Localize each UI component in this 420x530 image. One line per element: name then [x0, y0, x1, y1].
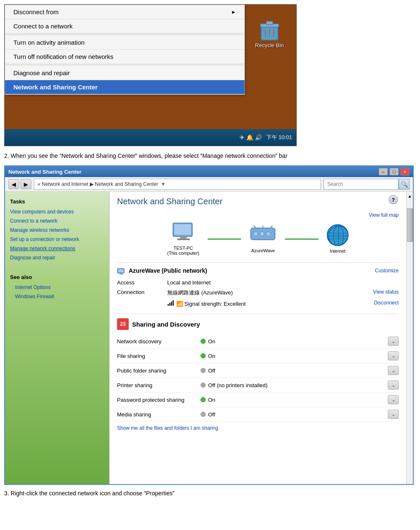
- sharing-label-0: Network discovery: [117, 338, 201, 345]
- menu-separator: [5, 34, 244, 35]
- address-bar: ◀ ▶ « Network and Internet ▶ Network and…: [5, 177, 413, 192]
- context-menu: Disconnect from ► Connect to a network T…: [5, 5, 245, 95]
- status-dot-4: [201, 397, 206, 402]
- sharing-row-1: File sharing On ⌄: [117, 349, 399, 363]
- restore-button[interactable]: □: [389, 168, 399, 175]
- sidebar-link-wireless[interactable]: Manage wireless networks: [5, 226, 109, 235]
- instruction-1: 2. When you see the “Network and Sharing…: [4, 151, 416, 160]
- network-node-internet: Internet: [327, 224, 349, 254]
- sharing-expand-0[interactable]: ⌄: [388, 337, 399, 346]
- info-row-connection: Connection 無線網路連線 (AzureWave) View statu…: [117, 287, 399, 298]
- sidebar-link-setup[interactable]: Set up a connection or network: [5, 235, 109, 244]
- sharing-label-3: Printer sharing: [117, 382, 201, 388]
- scroll-up-button[interactable]: ▲: [407, 192, 413, 200]
- show-files-link[interactable]: Show me all the files and folders I am s…: [117, 422, 399, 434]
- see-also-title: See also: [10, 274, 104, 280]
- sharing-expand-3[interactable]: ⌄: [388, 380, 399, 390]
- page-title: Network and Sharing Center: [117, 197, 399, 206]
- sharing-label-4: Password protected sharing: [117, 397, 201, 403]
- sharing-value-1: On: [201, 353, 388, 359]
- disconnect-link[interactable]: Disconnect: [374, 300, 399, 307]
- svg-point-11: [254, 232, 258, 236]
- sharing-label-2: Public folder sharing: [117, 368, 201, 374]
- sidebar-link-view-computers[interactable]: View computers and devices: [5, 207, 109, 216]
- view-full-map-link[interactable]: View full map: [369, 212, 399, 218]
- pc-label: TEST-PC(This computer): [167, 246, 199, 256]
- customize-link[interactable]: Customize: [375, 268, 399, 274]
- svg-rect-9: [177, 238, 190, 240]
- sidebar-link-diagnose[interactable]: Diagnose and repair: [5, 253, 109, 262]
- sharing-value-2: Off: [201, 368, 388, 374]
- scrollbar-track[interactable]: ▲: [406, 192, 413, 484]
- info-row-access: Access Local and Internet: [117, 278, 399, 287]
- signal-icon: [167, 300, 175, 306]
- status-dot-3: [201, 383, 206, 388]
- sidebar-link-manage-connections[interactable]: Manage network connections: [5, 244, 109, 253]
- taskbar-time: 下午 10:01: [266, 134, 292, 141]
- context-menu-item-notification[interactable]: Turn off notification of new networks: [5, 50, 244, 64]
- scrollbar-thumb[interactable]: [407, 208, 413, 242]
- status-dot-5: [201, 412, 206, 417]
- svg-rect-28: [173, 300, 174, 306]
- window-body: Tasks View computers and devices Connect…: [5, 192, 413, 484]
- svg-rect-25: [168, 304, 169, 306]
- nav-buttons: ◀ ▶: [8, 179, 31, 189]
- sidebar-link-connect[interactable]: Connect to a network: [5, 216, 109, 226]
- sharing-expand-5[interactable]: ⌄: [388, 410, 399, 419]
- sidebar-see-also: See also Internet Options Windows Firewa…: [5, 271, 109, 304]
- access-value: Local and Internet: [167, 279, 399, 286]
- connection-label: Connection: [117, 289, 167, 297]
- access-label: Access: [117, 279, 167, 286]
- context-menu-item-diagnose[interactable]: Diagnose and repair: [5, 66, 244, 80]
- minimize-button[interactable]: –: [379, 168, 388, 175]
- connector-1: [208, 238, 241, 240]
- main-content: ? Network and Sharing Center View full m…: [109, 192, 406, 484]
- sharing-header: 23 Sharing and Discovery: [117, 318, 399, 330]
- menu-separator-2: [5, 65, 244, 65]
- search-area: 🔍: [323, 179, 410, 190]
- recycle-bin-icon: [257, 17, 282, 42]
- sharing-expand-2[interactable]: ⌄: [388, 366, 399, 375]
- sharing-row-3: Printer sharing Off (no printers install…: [117, 378, 399, 393]
- sharing-expand-4[interactable]: ⌄: [388, 395, 399, 404]
- address-path[interactable]: « Network and Internet ▶ Network and Sha…: [34, 179, 321, 190]
- svg-rect-22: [118, 269, 123, 272]
- forward-button[interactable]: ▶: [20, 179, 31, 189]
- sharing-title: Sharing and Discovery: [132, 321, 200, 328]
- search-icon[interactable]: 🔍: [399, 179, 410, 190]
- sharing-row-4: Password protected sharing On ⌄: [117, 393, 399, 407]
- router-label: AzureWave: [251, 248, 275, 253]
- globe-icon: [327, 224, 349, 246]
- network-node-pc: TEST-PC(This computer): [167, 222, 199, 256]
- context-menu-item-disconnect[interactable]: Disconnect from ►: [5, 5, 244, 19]
- svg-rect-26: [169, 303, 171, 306]
- network-header: AzureWave (Public network) Customize: [117, 267, 399, 274]
- svg-point-13: [266, 232, 270, 236]
- status-dot-2: [201, 368, 206, 373]
- search-input[interactable]: [323, 179, 399, 190]
- context-menu-item-connect[interactable]: Connect to a network: [5, 19, 244, 33]
- sidebar-tasks-title: Tasks: [5, 196, 109, 207]
- svg-rect-7: [174, 224, 191, 235]
- network-name: AzureWave (Public network): [117, 267, 207, 274]
- close-button[interactable]: ×: [400, 168, 410, 175]
- sharing-value-4: On: [201, 397, 388, 403]
- screenshot-context-menu: Disconnect from ► Connect to a network T…: [4, 4, 297, 146]
- taskbar: ✈ 🔔 🔊 下午 10:01: [5, 129, 296, 146]
- back-button[interactable]: ◀: [8, 179, 19, 189]
- sidebar-link-internet-options[interactable]: Internet Options: [10, 283, 104, 292]
- context-menu-item-animation[interactable]: Turn on activity animation: [5, 36, 244, 50]
- sharing-expand-1[interactable]: ⌄: [388, 351, 399, 360]
- connector-line-2: [285, 238, 318, 240]
- network-info-section: AzureWave (Public network) Customize Acc…: [117, 262, 399, 309]
- info-row-signal: 📶 Signal strength: Excellent Disconnect: [117, 298, 399, 309]
- arrow-right-icon: ►: [231, 9, 236, 15]
- sharing-value-3: Off (no printers installed): [201, 382, 388, 388]
- connection-value: 無線網路連線 (AzureWave): [167, 289, 373, 297]
- sharing-value-5: Off: [201, 411, 388, 418]
- context-menu-item-sharing-center[interactable]: Network and Sharing Center: [5, 80, 244, 94]
- connector-line-1: [208, 238, 241, 240]
- sidebar-link-windows-firewall[interactable]: Windows Firewall: [10, 292, 104, 301]
- internet-label: Internet: [330, 249, 345, 254]
- view-status-link[interactable]: View status: [373, 289, 399, 297]
